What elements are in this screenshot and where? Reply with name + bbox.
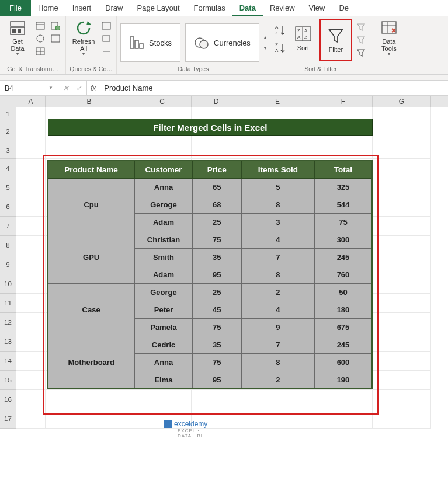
table-cell[interactable]: 4: [241, 231, 314, 249]
table-cell[interactable]: 65: [192, 179, 241, 196]
recent-sources-button[interactable]: [49, 20, 62, 32]
reapply-button[interactable]: [355, 34, 367, 46]
table-cell[interactable]: 300: [314, 231, 372, 249]
table-cell[interactable]: Geroge: [135, 196, 192, 214]
table-header[interactable]: Total: [314, 161, 372, 179]
tab-review[interactable]: Review: [263, 0, 302, 16]
tab-home[interactable]: Home: [31, 0, 65, 16]
table-cell[interactable]: 45: [192, 301, 241, 319]
data-tools-button[interactable]: Data Tools▾: [375, 19, 403, 57]
cell[interactable]: [16, 313, 46, 332]
refresh-all-button[interactable]: Refresh All▾: [70, 19, 98, 57]
cell[interactable]: [373, 409, 431, 429]
cell[interactable]: [16, 371, 46, 390]
table-cell[interactable]: 35: [192, 336, 241, 354]
currencies-button[interactable]: Currencies: [185, 23, 259, 62]
table-cell[interactable]: Anna: [135, 179, 192, 196]
cell[interactable]: [373, 178, 431, 197]
cell[interactable]: [16, 142, 46, 159]
cell[interactable]: [16, 107, 46, 120]
table-cell[interactable]: 7: [241, 336, 314, 354]
tab-page-layout[interactable]: Page Layout: [130, 0, 187, 16]
table-cell[interactable]: 245: [314, 249, 372, 266]
table-cell[interactable]: Christian: [135, 231, 192, 249]
row-header-13[interactable]: 13: [0, 332, 16, 352]
sort-button[interactable]: ZAAZ Sort: [289, 19, 317, 57]
table-cell[interactable]: 75: [192, 231, 241, 249]
cell[interactable]: [16, 120, 46, 142]
table-cell[interactable]: 8: [241, 266, 314, 284]
table-cell[interactable]: 9: [241, 319, 314, 336]
table-cell[interactable]: 3: [241, 214, 314, 231]
col-header-c[interactable]: C: [133, 96, 192, 107]
table-cell[interactable]: 245: [314, 336, 372, 354]
sort-descending-button[interactable]: ZA: [274, 40, 287, 56]
cell[interactable]: [16, 332, 46, 352]
table-cell[interactable]: 95: [192, 266, 241, 284]
col-header-e[interactable]: E: [241, 96, 314, 107]
table-cell[interactable]: Anna: [135, 354, 192, 371]
sort-ascending-button[interactable]: AZ: [274, 22, 287, 39]
from-web-button[interactable]: [34, 33, 47, 44]
cell[interactable]: [373, 332, 431, 352]
table-cell[interactable]: George: [135, 284, 192, 301]
table-cell[interactable]: 8: [241, 196, 314, 214]
cell[interactable]: [16, 236, 46, 255]
select-all-corner[interactable]: [0, 96, 16, 107]
get-data-button[interactable]: Get Data▾: [4, 19, 32, 57]
tab-formulas[interactable]: Formulas: [187, 0, 232, 16]
table-cell[interactable]: 544: [314, 196, 372, 214]
cell[interactable]: [373, 352, 431, 371]
table-cell[interactable]: 35: [192, 249, 241, 266]
table-cell[interactable]: 675: [314, 319, 372, 336]
queries-connections-button[interactable]: [100, 20, 113, 32]
table-cell[interactable]: 760: [314, 266, 372, 284]
table-cell[interactable]: 75: [314, 214, 372, 231]
tab-view[interactable]: View: [302, 0, 332, 16]
table-cell[interactable]: 95: [192, 371, 241, 389]
name-box[interactable]: B4▼: [0, 81, 58, 95]
cell[interactable]: [16, 294, 46, 313]
row-header-16[interactable]: 16: [0, 390, 16, 409]
row-header-3[interactable]: 3: [0, 142, 16, 159]
table-cell[interactable]: 5: [241, 179, 314, 196]
row-header-6[interactable]: 6: [0, 197, 16, 217]
from-text-csv-button[interactable]: [34, 20, 47, 32]
cell[interactable]: [373, 107, 431, 120]
row-header-9[interactable]: 9: [0, 255, 16, 274]
tab-draw[interactable]: Draw: [98, 0, 130, 16]
clear-filter-button[interactable]: [355, 21, 367, 33]
cell[interactable]: [16, 217, 46, 236]
fx-icon[interactable]: fx: [87, 84, 99, 92]
tab-insert[interactable]: Insert: [65, 0, 99, 16]
row-header-17[interactable]: 17: [0, 409, 16, 429]
row-header-10[interactable]: 10: [0, 274, 16, 294]
table-cell[interactable]: 7: [241, 249, 314, 266]
table-cell[interactable]: Adam: [135, 214, 192, 231]
cell[interactable]: [373, 142, 431, 159]
table-cell[interactable]: 68: [192, 196, 241, 214]
tab-data[interactable]: Data: [232, 0, 263, 16]
row-header-2[interactable]: 2: [0, 120, 16, 142]
cell[interactable]: [16, 255, 46, 274]
table-cell[interactable]: 2: [241, 284, 314, 301]
properties-button[interactable]: [100, 33, 113, 44]
cell[interactable]: [373, 274, 431, 294]
existing-connections-button[interactable]: [49, 33, 62, 44]
product-cell[interactable]: Motherboard: [47, 336, 135, 389]
cell[interactable]: [373, 371, 431, 390]
row-header-14[interactable]: 14: [0, 352, 16, 371]
tab-developer[interactable]: De: [332, 0, 356, 16]
table-cell[interactable]: 75: [192, 354, 241, 371]
edit-links-button[interactable]: [100, 46, 113, 57]
cell[interactable]: [16, 274, 46, 294]
cell[interactable]: [373, 159, 431, 178]
datatypes-scroll-up[interactable]: ▴: [264, 34, 266, 40]
cell[interactable]: [373, 197, 431, 217]
tab-file[interactable]: File: [0, 0, 31, 16]
cell[interactable]: [373, 294, 431, 313]
cell[interactable]: [16, 352, 46, 371]
table-cell[interactable]: Pamela: [135, 319, 192, 336]
cell[interactable]: [373, 390, 431, 409]
table-cell[interactable]: 325: [314, 179, 372, 196]
